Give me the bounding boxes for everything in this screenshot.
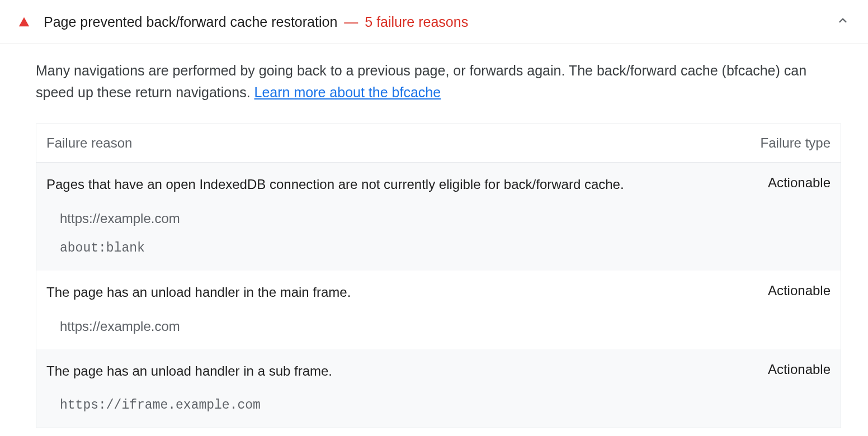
failure-type: Actionable [768,362,831,377]
url-item: about:blank [60,239,831,257]
audit-card: Page prevented back/forward cache restor… [0,0,868,436]
failure-reason: The page has an unload handler in the ma… [46,283,768,302]
url-list: https://iframe.example.com [46,396,831,414]
table-header-row: Failure reason Failure type [36,124,841,163]
url-item: https://example.com [60,317,831,336]
separator: — [344,14,358,30]
failure-count: 5 failure reasons [365,14,468,30]
url-list: https://example.comabout:blank [46,209,831,257]
table-row-top: The page has an unload handler in a sub … [46,362,831,381]
url-item: https://iframe.example.com [60,396,831,414]
table-row-top: The page has an unload handler in the ma… [46,283,831,302]
table-row: The page has an unload handler in the ma… [36,271,841,349]
table-row: The page has an unload handler in a sub … [36,349,841,428]
url-list: https://example.com [46,317,831,336]
chevron-up-icon[interactable] [836,13,850,30]
audit-title: Page prevented back/forward cache restor… [44,14,337,30]
column-header-type: Failure type [761,135,831,151]
failure-reason: The page has an unload handler in a sub … [46,362,768,381]
failure-type: Actionable [768,283,831,298]
failure-table: Failure reason Failure type Pages that h… [36,124,841,428]
column-header-reason: Failure reason [46,135,761,151]
table-body: Pages that have an open IndexedDB connec… [36,163,841,428]
audit-description: Many navigations are performed by going … [36,60,841,103]
url-item: https://example.com [60,209,831,228]
table-row: Pages that have an open IndexedDB connec… [36,163,841,271]
audit-header[interactable]: Page prevented back/forward cache restor… [0,0,868,44]
table-row-top: Pages that have an open IndexedDB connec… [46,175,831,194]
learn-more-link[interactable]: Learn more about the bfcache [254,84,441,100]
failure-type: Actionable [768,175,831,191]
failure-reason: Pages that have an open IndexedDB connec… [46,175,768,194]
audit-body: Many navigations are performed by going … [0,44,868,436]
fail-triangle-icon [18,16,30,28]
